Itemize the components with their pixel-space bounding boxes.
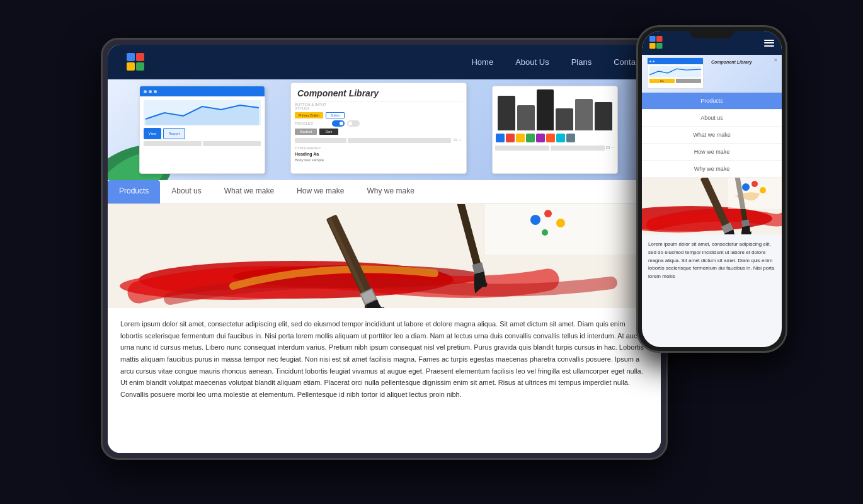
nav-link-about[interactable]: About Us	[515, 57, 549, 67]
hamburger-line-1	[764, 40, 774, 41]
tablet-logo	[127, 53, 146, 72]
tab-about-us[interactable]: About us	[160, 180, 212, 203]
hamburger-line-3	[764, 45, 774, 47]
phone-tab-what[interactable]: What we make	[642, 127, 782, 144]
svg-marker-6	[146, 105, 259, 125]
svg-point-21	[542, 229, 548, 236]
component-rows: BUTTON & INPUT STYLES Primary Button But…	[291, 101, 466, 163]
svg-point-18	[530, 215, 540, 225]
svg-rect-2	[127, 62, 135, 71]
tablet-device: Home About Us Plans Contact	[101, 38, 668, 460]
phone-close-icon[interactable]: ✕	[774, 57, 778, 63]
svg-point-19	[544, 210, 552, 217]
hamburger-line-2	[764, 42, 774, 43]
phone-notch	[690, 27, 734, 38]
phone-component-library-title: Component Library	[711, 60, 752, 64]
tab-how-we-make[interactable]: How we make	[285, 180, 355, 203]
component-library-title: Component Library	[291, 83, 466, 101]
svg-rect-3	[136, 62, 144, 71]
svg-rect-25	[656, 43, 663, 49]
hero-mockup-barchart: 23 ↔	[492, 86, 618, 174]
phone-device: Btn Component Library ✕ Products About u…	[636, 25, 787, 353]
svg-rect-0	[127, 53, 135, 61]
tablet-navbar: Home About Us Plans Contact	[108, 45, 661, 79]
hero-mockup-bar	[140, 86, 265, 96]
tablet-screen: Home About Us Plans Contact	[108, 45, 661, 453]
phone-tabs: Products About us What we make How we ma…	[642, 93, 782, 178]
phone-brush-image	[642, 178, 782, 234]
phone-logo	[649, 36, 663, 50]
phone-text-content: Lorem ipsum dolor sit amet, consectetur …	[642, 234, 782, 347]
tablet-tabs: Products About us What we make How we ma…	[108, 180, 661, 204]
tablet-screen-inner: Home About Us Plans Contact	[108, 45, 661, 453]
svg-rect-23	[656, 36, 663, 42]
tab-why-we-make[interactable]: Why we make	[355, 180, 425, 203]
hero-mockup-components: Component Library BUTTON & INPUT STYLES …	[290, 83, 467, 174]
svg-point-20	[556, 219, 565, 227]
svg-rect-17	[485, 204, 661, 255]
phone-logo-icon	[649, 36, 663, 50]
scene: Home About Us Plans Contact	[0, 0, 863, 504]
hero-mockup-chart: View Report	[139, 86, 265, 174]
phone-tab-about[interactable]: About us	[642, 110, 782, 127]
phone-screen: Btn Component Library ✕ Products About u…	[642, 31, 782, 347]
tablet-nav-links: Home About Us Plans Contact	[471, 57, 642, 67]
phone-screen-inner: Btn Component Library ✕ Products About u…	[642, 31, 782, 347]
tablet-hero: View Report Component Library	[108, 79, 661, 180]
brush-painting-image	[108, 204, 661, 308]
svg-rect-1	[136, 53, 144, 61]
tab-what-we-make[interactable]: What we make	[213, 180, 285, 203]
svg-rect-24	[649, 43, 656, 49]
svg-point-34	[742, 183, 750, 191]
phone-hamburger-button[interactable]	[764, 40, 774, 47]
svg-rect-32	[741, 219, 750, 227]
nav-link-plans[interactable]: Plans	[571, 57, 592, 67]
tab-products[interactable]: Products	[108, 180, 160, 203]
svg-point-35	[752, 181, 758, 187]
phone-tab-products[interactable]: Products	[642, 93, 782, 110]
phone-tab-why[interactable]: Why we make	[642, 161, 782, 178]
phone-tab-how[interactable]: How we make	[642, 144, 782, 161]
svg-point-36	[760, 187, 766, 193]
tablet-text: Lorem ipsum dolor sit amet, consectetur …	[108, 308, 661, 411]
phone-hero: Btn Component Library ✕	[642, 55, 782, 93]
logo-icon	[127, 53, 146, 72]
tablet-content: Lorem ipsum dolor sit amet, consectetur …	[108, 204, 661, 453]
nav-link-home[interactable]: Home	[471, 57, 493, 67]
svg-rect-22	[649, 36, 656, 42]
phone-hero-mockup: Btn	[647, 57, 704, 89]
